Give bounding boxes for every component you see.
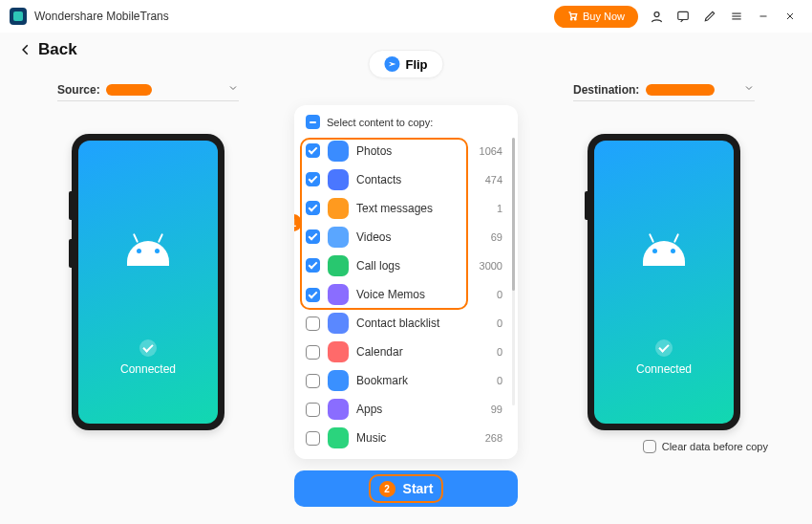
item-name: Apps	[356, 403, 483, 416]
item-name: Videos	[356, 230, 483, 244]
content-item[interactable]: Videos69	[306, 223, 514, 251]
item-icon	[328, 198, 349, 219]
item-checkbox[interactable]	[306, 317, 320, 331]
edit-icon[interactable]	[697, 4, 722, 29]
item-checkbox[interactable]	[306, 229, 320, 244]
content-item[interactable]: Contact blacklist0	[306, 310, 514, 338]
item-name: Text messages	[356, 202, 489, 215]
source-panel: Source: Connected	[38, 80, 258, 514]
content-list: Photos1064Contacts474Text messages1Video…	[306, 137, 514, 452]
minimize-icon[interactable]	[751, 4, 776, 29]
item-checkbox[interactable]	[306, 431, 320, 446]
scrollbar[interactable]	[512, 138, 515, 405]
item-checkbox[interactable]	[306, 172, 320, 186]
item-icon	[328, 227, 349, 248]
content-item[interactable]: Contacts474	[306, 165, 514, 193]
menu-icon[interactable]	[724, 4, 749, 29]
account-icon[interactable]	[644, 4, 669, 29]
item-count: 474	[485, 174, 502, 186]
select-all-checkbox[interactable]	[306, 115, 320, 129]
back-button[interactable]: Back	[19, 40, 77, 59]
item-icon	[328, 313, 349, 334]
item-count: 69	[491, 231, 502, 243]
app-logo	[10, 8, 27, 25]
svg-point-2	[654, 11, 659, 16]
annotation-badge-1: 1	[294, 214, 302, 231]
content-item[interactable]: Calendar0	[306, 338, 514, 366]
content-item[interactable]: Voice Memos0	[306, 280, 514, 308]
clear-data-label: Clear data before copy	[662, 441, 768, 452]
destination-device-name	[646, 84, 715, 96]
item-icon	[328, 427, 349, 448]
content-item[interactable]: Call logs3000	[306, 251, 514, 279]
content-item[interactable]: Text messages1	[306, 194, 514, 222]
item-icon	[328, 169, 349, 190]
chevron-down-icon[interactable]	[227, 80, 239, 98]
item-name: Calendar	[356, 345, 489, 359]
close-icon[interactable]	[778, 4, 802, 29]
item-icon	[328, 399, 349, 420]
item-count: 268	[485, 432, 502, 444]
item-checkbox[interactable]	[306, 345, 320, 360]
item-checkbox[interactable]	[306, 288, 320, 302]
item-name: Voice Memos	[356, 288, 489, 301]
item-count: 0	[497, 317, 502, 329]
item-count: 0	[497, 289, 502, 300]
item-count: 1064	[480, 145, 502, 157]
item-count: 99	[491, 404, 502, 415]
clear-data-checkbox[interactable]: Clear data before copy	[643, 440, 768, 453]
android-icon	[127, 241, 169, 266]
item-checkbox[interactable]	[306, 201, 320, 215]
item-count: 1	[497, 203, 502, 214]
checkbox-icon	[643, 440, 656, 453]
item-checkbox[interactable]	[306, 258, 320, 273]
destination-status: Connected	[594, 339, 734, 376]
panel-title: Select content to copy:	[327, 117, 433, 128]
item-name: Photos	[356, 144, 472, 158]
item-name: Call logs	[356, 259, 472, 273]
item-name: Contacts	[356, 173, 478, 186]
annotation-badge-2: 2	[379, 481, 395, 497]
content-item[interactable]: Bookmark0	[306, 367, 514, 395]
flip-button[interactable]: Flip	[368, 50, 443, 78]
cart-icon	[567, 11, 578, 23]
item-icon	[328, 370, 349, 391]
destination-selector[interactable]: Destination:	[573, 80, 755, 101]
content-panel: Select content to copy: Photos1064Contac…	[294, 105, 518, 459]
item-icon	[328, 284, 349, 305]
item-checkbox[interactable]	[306, 403, 320, 417]
item-name: Contact blacklist	[356, 317, 489, 330]
android-icon	[643, 241, 685, 266]
source-device-name	[106, 84, 152, 96]
content-item[interactable]: Music268	[306, 425, 514, 452]
item-icon	[328, 341, 349, 362]
buy-now-label: Buy Now	[583, 11, 625, 22]
item-checkbox[interactable]	[306, 374, 320, 388]
svg-point-1	[575, 18, 576, 19]
start-button[interactable]: 2 Start	[294, 470, 518, 507]
source-selector[interactable]: Source:	[57, 80, 239, 101]
chevron-down-icon[interactable]	[743, 80, 755, 98]
destination-phone: Connected	[588, 134, 740, 430]
item-count: 0	[497, 375, 502, 386]
source-status: Connected	[78, 339, 218, 376]
item-checkbox[interactable]	[306, 143, 320, 158]
feedback-icon[interactable]	[671, 4, 695, 29]
back-label: Back	[38, 40, 77, 59]
app-title: Wondershare MobileTrans	[34, 10, 169, 23]
svg-rect-3	[678, 11, 689, 19]
start-label: Start	[403, 481, 434, 496]
check-icon	[139, 339, 157, 357]
item-count: 0	[497, 346, 502, 358]
title-bar: Wondershare MobileTrans Buy Now	[0, 0, 812, 33]
item-name: Bookmark	[356, 374, 489, 387]
buy-now-button[interactable]: Buy Now	[554, 6, 638, 28]
destination-prefix: Destination:	[573, 83, 639, 97]
source-prefix: Source:	[57, 83, 100, 97]
content-item[interactable]: Photos1064	[306, 137, 514, 164]
check-icon	[655, 339, 673, 357]
item-icon	[328, 255, 349, 276]
item-count: 3000	[480, 260, 502, 272]
content-item[interactable]: Apps99	[306, 396, 514, 424]
svg-point-0	[570, 18, 571, 19]
